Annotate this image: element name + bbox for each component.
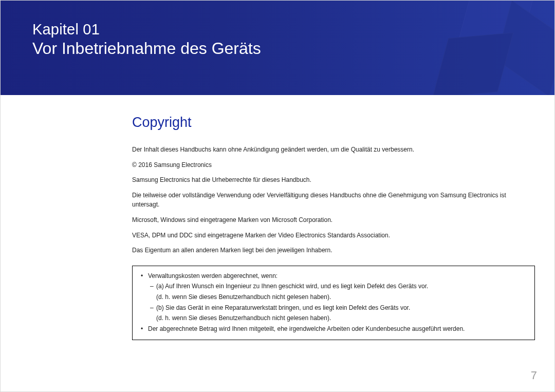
- body-paragraph: VESA, DPM und DDC sind eingetragene Mark…: [132, 231, 528, 240]
- body-paragraph: Das Eigentum an allen anderen Marken lie…: [132, 246, 528, 255]
- document-page: Kapitel 01 Vor Inbetriebnahme des Geräts…: [0, 0, 555, 392]
- list-item: (a) Auf Ihren Wunsch ein Ingenieur zu Ih…: [136, 282, 527, 291]
- chapter-banner: Kapitel 01 Vor Inbetriebnahme des Geräts: [1, 1, 554, 95]
- list-item: (b) Sie das Gerät in eine Reparaturwerks…: [136, 303, 527, 313]
- body-paragraph: Die teilweise oder vollständige Verwendu…: [132, 191, 528, 210]
- section-heading-copyright: Copyright: [132, 115, 528, 130]
- list-item: Verwaltungskosten werden abgerechnet, we…: [136, 271, 527, 281]
- body-paragraph: Microsoft, Windows sind eingetragene Mar…: [132, 215, 528, 225]
- list-item: Der abgerechnete Betrag wird Ihnen mitge…: [136, 324, 527, 334]
- notice-list: Verwaltungskosten werden abgerechnet, we…: [136, 271, 527, 334]
- list-item: (d. h. wenn Sie dieses Benutzerhandbuch …: [136, 292, 527, 302]
- cube-shape: [432, 32, 513, 95]
- notice-box: Verwaltungskosten werden abgerechnet, we…: [132, 266, 535, 341]
- body-paragraph: Samsung Electronics hat die Urheberrecht…: [132, 175, 528, 185]
- body-paragraph: © 2016 Samsung Electronics: [132, 160, 528, 170]
- body-paragraph: Der Inhalt dieses Handbuchs kann ohne An…: [132, 145, 528, 155]
- page-number: 7: [531, 369, 537, 382]
- list-item: (d. h. wenn Sie dieses Benutzerhandbuch …: [136, 313, 527, 323]
- decorative-cubes: [421, 1, 554, 95]
- content-area: Copyright Der Inhalt dieses Handbuchs ka…: [1, 95, 554, 340]
